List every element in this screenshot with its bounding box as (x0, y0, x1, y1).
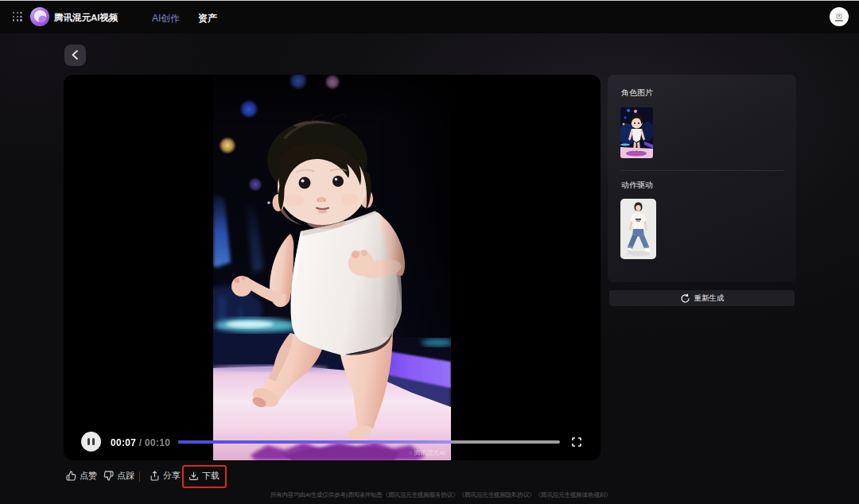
svg-text:◌ 腾讯混元AI: ◌ 腾讯混元AI (408, 449, 445, 456)
